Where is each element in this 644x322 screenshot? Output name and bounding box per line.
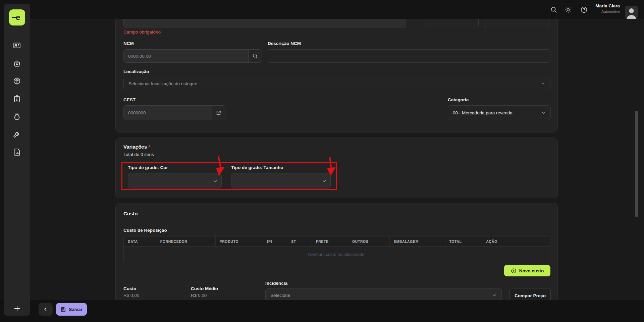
col-data: DATA [124,236,156,246]
categoria-select[interactable]: 00 - Mercadoria para revenda [448,105,551,120]
sidebar-item-reports-document[interactable] [13,148,21,156]
custo-stat-label: Custo [123,286,136,291]
grade-tamanho-label: Tipo de grade: Tamanho [231,165,283,170]
localizacao-select[interactable]: Selecionar localização do estoque [123,77,550,90]
novo-custo-label: Novo custo [519,268,544,273]
required-asterisk: * [148,144,150,150]
chevron-left-icon [43,307,48,312]
col-embalagem: EMBALAGEM [390,236,445,246]
sidebar-item-finance-clipboard[interactable]: $ [13,95,21,103]
custo-table-empty-state: Nenhum custo foi adicionado! [124,247,550,262]
ncm-input[interactable] [124,50,248,62]
fiscal-fields-card: Campo obrigatório NCM Descrição NCM Loca… [115,0,558,132]
localizacao-label: Localização [123,69,149,74]
ncm-field[interactable] [123,49,262,63]
col-frete: FRETE [312,236,348,246]
grade-cor-label: Tipo de grade: Cor [128,165,168,170]
sidebar-add-button[interactable] [13,305,21,313]
sidebar-item-products-package[interactable] [13,77,21,85]
save-button[interactable]: Salvar [56,303,87,316]
user-block[interactable]: Maria Clara Automotivo [595,3,620,13]
sidebar-item-tools-wrench[interactable] [13,130,21,139]
col-produto: PRODUTO [216,236,263,246]
app-logo[interactable]: e [9,9,25,25]
variacoes-title: Variações * [123,144,150,150]
chevron-down-icon [492,293,497,298]
novo-custo-button[interactable]: Novo custo [504,265,550,276]
sidebar-item-contacts[interactable] [13,41,21,50]
cest-external-link-button[interactable] [212,106,225,120]
col-total: TOTAL [445,236,482,246]
cest-field[interactable] [123,105,225,120]
custo-medio-label: Custo Médio [191,286,218,291]
sidebar: e $ [4,4,30,316]
cest-label: CEST [123,97,136,102]
custo-stat-value: R$ 0,00 [123,293,139,298]
avatar[interactable] [625,6,638,19]
required-field-error: Campo obrigatório [123,30,161,35]
back-button[interactable] [39,303,53,316]
ncm-descricao-label: Descrição NCM [268,41,301,46]
search-icon [252,53,258,59]
custo-reposicao-label: Custo de Reposição [123,228,167,233]
col-outros: OUTROS [348,236,390,246]
categoria-value: 00 - Mercadoria para revenda [453,110,513,115]
ncm-descricao-field[interactable] [268,49,550,63]
app-window: Campo obrigatório NCM Descrição NCM Loca… [0,0,644,322]
custo-table: DATA FORNECEDOR PRODUTO IPI ST FRETE OUT… [123,236,550,262]
help-icon[interactable] [580,6,588,13]
grade-tamanho-select[interactable] [231,173,331,189]
theme-sun-icon[interactable] [565,6,572,13]
chevron-down-icon [322,178,326,183]
incidencia-label: Incidência [265,281,287,286]
chevron-down-icon [541,110,546,115]
custo-title: Custo [123,211,138,216]
ncm-search-button[interactable] [248,50,262,62]
scrollbar-thumb[interactable] [635,111,638,217]
ncm-label: NCM [123,41,134,46]
col-ipi: IPI [263,236,287,246]
plus-circle-icon [511,268,517,274]
sidebar-item-sales-basket[interactable] [13,59,21,67]
user-role: Automotivo [595,9,620,13]
variacoes-card: Variações * Total de 0 itens Tipo de gra… [115,138,558,198]
svg-text:$: $ [16,98,18,101]
footer-bar: Salvar [0,300,644,322]
col-st: ST [287,236,312,246]
col-fornecedor: FORNECEDOR [156,236,216,246]
cest-input[interactable] [124,106,212,120]
external-link-icon [216,110,221,116]
save-button-label: Salvar [69,307,83,312]
localizacao-placeholder: Selecionar localização do estoque [128,81,197,86]
categoria-label: Categoria [448,97,469,102]
variacoes-total: Total de 0 itens [123,152,154,157]
ncm-descricao-input[interactable] [268,50,550,62]
chevron-down-icon [213,178,217,183]
incidencia-placeholder: Selecione [270,293,290,298]
search-icon[interactable] [550,6,557,13]
custo-table-header: DATA FORNECEDOR PRODUTO IPI ST FRETE OUT… [124,236,550,247]
floppy-disk-icon [60,307,66,312]
topbar: Maria Clara Automotivo [30,0,644,19]
chevron-down-icon [541,81,545,86]
user-name: Maria Clara [595,3,620,8]
svg-text:e: e [16,13,20,22]
col-acao: AÇÃO [482,236,550,246]
sidebar-item-money-bag[interactable] [13,112,21,121]
grade-cor-select[interactable] [128,173,222,189]
custo-medio-value: R$ 0,00 [191,293,207,298]
